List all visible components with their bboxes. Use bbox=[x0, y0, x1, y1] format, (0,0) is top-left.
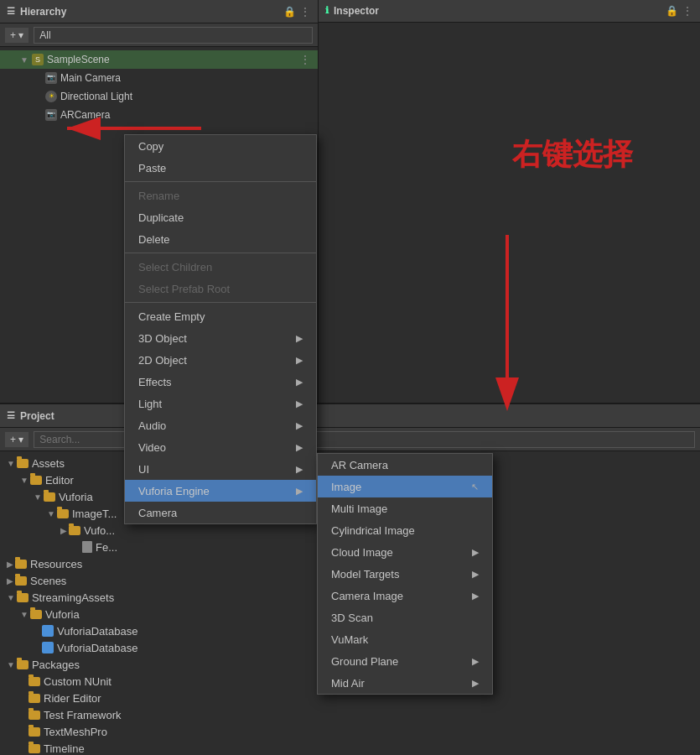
ctx-2dobject-label: 2D Object bbox=[138, 354, 187, 367]
folder-icon bbox=[29, 744, 40, 753]
ctx-camera[interactable]: Camera bbox=[125, 502, 316, 523]
project-add-button[interactable]: + ▾ bbox=[5, 432, 29, 447]
folder-icon bbox=[17, 459, 29, 468]
ctx-rename-label: Rename bbox=[138, 190, 179, 202]
inspector-lock-icon[interactable]: 🔒 bbox=[666, 5, 678, 17]
ctx-2dobject-arrow: ▶ bbox=[296, 355, 303, 366]
sub-modeltargets[interactable]: Model Targets ▶ bbox=[318, 563, 492, 585]
ctx-copy[interactable]: Copy bbox=[125, 135, 316, 157]
inspector-header: ℹ Inspector 🔒 ⋮ bbox=[319, 0, 700, 23]
folder-icon bbox=[15, 576, 27, 586]
sub-3dscan-label: 3D Scan bbox=[331, 612, 373, 624]
inspector-title-label: Inspector bbox=[334, 5, 379, 17]
ctx-selectchildren-label: Select Children bbox=[138, 261, 212, 273]
folder-icon bbox=[29, 711, 40, 720]
sub-image[interactable]: Image ↖ bbox=[318, 476, 492, 497]
ctx-2dobject[interactable]: 2D Object ▶ bbox=[125, 349, 316, 371]
sub-cylindricalimage-label: Cylindrical Image bbox=[331, 524, 415, 537]
sub-3dscan[interactable]: 3D Scan bbox=[318, 607, 492, 628]
vuforia2-label: Vuforia bbox=[45, 608, 80, 621]
hierarchy-add-button[interactable]: + ▾ bbox=[5, 28, 29, 43]
sub-midair-label: Mid Air bbox=[331, 677, 365, 690]
project-title-label: Project bbox=[20, 410, 54, 422]
ctx-effects[interactable]: Effects ▶ bbox=[125, 371, 316, 393]
ctx-ui-label: UI bbox=[138, 463, 149, 476]
tree-item-samplescene[interactable]: ▼ S SampleScene ⋮ bbox=[0, 50, 318, 69]
fe-label: Fe... bbox=[96, 541, 117, 554]
hierarchy-search-input[interactable] bbox=[34, 27, 313, 44]
camera-icon: 📷 bbox=[45, 72, 57, 84]
ctx-audio-arrow: ▶ bbox=[296, 420, 303, 431]
ctx-light-arrow: ▶ bbox=[296, 398, 303, 409]
project-item-timeline[interactable]: Timeline bbox=[0, 740, 700, 755]
ctx-vuforia[interactable]: Vuforia Engine ▶ bbox=[125, 480, 316, 502]
sub-groundplane-label: Ground Plane bbox=[331, 655, 398, 668]
ctx-effects-arrow: ▶ bbox=[296, 377, 303, 388]
ctx-audio-label: Audio bbox=[138, 419, 166, 432]
context-menu: Copy Paste Rename Duplicate Delete Selec… bbox=[124, 134, 317, 524]
textmeshpro-label: TextMeshPro bbox=[44, 726, 107, 738]
folder-icon bbox=[29, 694, 40, 703]
folder-icon bbox=[17, 660, 29, 669]
more-icon[interactable]: ⋮ bbox=[299, 5, 311, 18]
vufdb2-label: VuforiaDatabase bbox=[57, 642, 137, 654]
hierarchy-header: ☰ Hierarchy 🔒 ⋮ bbox=[0, 0, 318, 23]
tree-item-maincamera[interactable]: 📷 Main Camera bbox=[0, 69, 318, 87]
project-item-textmeshpro[interactable]: TextMeshPro bbox=[0, 723, 700, 740]
scene-icon: S bbox=[32, 54, 44, 65]
ctx-delete-label: Delete bbox=[138, 233, 170, 246]
ctx-video-arrow: ▶ bbox=[296, 442, 303, 453]
file-icon bbox=[82, 541, 92, 553]
vufdb1-label: VuforiaDatabase bbox=[57, 625, 137, 638]
ctx-ui[interactable]: UI ▶ bbox=[125, 458, 316, 480]
ctx-camera-label: Camera bbox=[138, 507, 177, 519]
sub-image-label: Image bbox=[331, 481, 361, 493]
folder-icon bbox=[29, 677, 40, 686]
ctx-paste[interactable]: Paste bbox=[125, 157, 316, 179]
sub-vumark-label: VuMark bbox=[331, 633, 368, 646]
down-arrow-svg bbox=[465, 226, 532, 411]
vuforia-db-icon2 bbox=[42, 642, 54, 653]
ctx-video[interactable]: Video ▶ bbox=[125, 436, 316, 458]
hierarchy-title: ☰ Hierarchy bbox=[7, 6, 66, 18]
ctx-3dobject[interactable]: 3D Object ▶ bbox=[125, 327, 316, 349]
inspector-panel: ℹ Inspector 🔒 ⋮ 右键选择 bbox=[319, 0, 700, 403]
samplescene-menu[interactable]: ⋮ bbox=[299, 53, 311, 66]
ctx-effects-label: Effects bbox=[138, 376, 172, 388]
ctx-light[interactable]: Light ▶ bbox=[125, 393, 316, 414]
ctx-audio[interactable]: Audio ▶ bbox=[125, 414, 316, 436]
sub-vumark[interactable]: VuMark bbox=[318, 628, 492, 650]
sub-midair-arrow: ▶ bbox=[472, 678, 479, 689]
ctx-duplicate[interactable]: Duplicate bbox=[125, 206, 316, 228]
ctx-sep1 bbox=[125, 181, 316, 182]
sub-cloudimage[interactable]: Cloud Image ▶ bbox=[318, 541, 492, 563]
arrow-icon: ▼ bbox=[20, 55, 32, 65]
inspector-more-icon[interactable]: ⋮ bbox=[682, 4, 693, 18]
vufo-label: Vufo... bbox=[84, 524, 115, 537]
hierarchy-toolbar: + ▾ bbox=[0, 23, 318, 47]
ctx-selectprefabroot: Select Prefab Root bbox=[125, 278, 316, 299]
editor-label: Editor bbox=[45, 474, 74, 487]
packages-label: Packages bbox=[32, 659, 80, 671]
ctx-video-label: Video bbox=[138, 441, 166, 454]
ctx-paste-label: Paste bbox=[138, 162, 166, 174]
project-item-testframework[interactable]: Test Framework bbox=[0, 706, 700, 723]
folder-icon bbox=[44, 492, 55, 502]
ctx-createempty[interactable]: Create Empty bbox=[125, 305, 316, 327]
sub-cloudimage-arrow: ▶ bbox=[472, 547, 479, 558]
hierarchy-header-icons: 🔒 ⋮ bbox=[283, 5, 311, 18]
sub-midair[interactable]: Mid Air ▶ bbox=[318, 672, 492, 694]
sub-cameraimage[interactable]: Camera Image ▶ bbox=[318, 585, 492, 607]
sub-multiimage[interactable]: Multi Image bbox=[318, 497, 492, 519]
sub-cylindricalimage[interactable]: Cylindrical Image bbox=[318, 519, 492, 541]
ctx-createempty-label: Create Empty bbox=[138, 310, 205, 323]
customnunit-label: Custom NUnit bbox=[44, 675, 111, 688]
vuforia-label: Vuforia bbox=[59, 491, 93, 503]
sub-groundplane[interactable]: Ground Plane ▶ bbox=[318, 650, 492, 672]
tree-item-directionallight[interactable]: ☀ Directional Light bbox=[0, 87, 318, 106]
sub-arcamera[interactable]: AR Camera bbox=[318, 454, 492, 476]
ctx-rename: Rename bbox=[125, 185, 316, 206]
folder-icon bbox=[30, 610, 42, 619]
lock-icon[interactable]: 🔒 bbox=[283, 6, 296, 18]
ctx-delete[interactable]: Delete bbox=[125, 228, 316, 250]
